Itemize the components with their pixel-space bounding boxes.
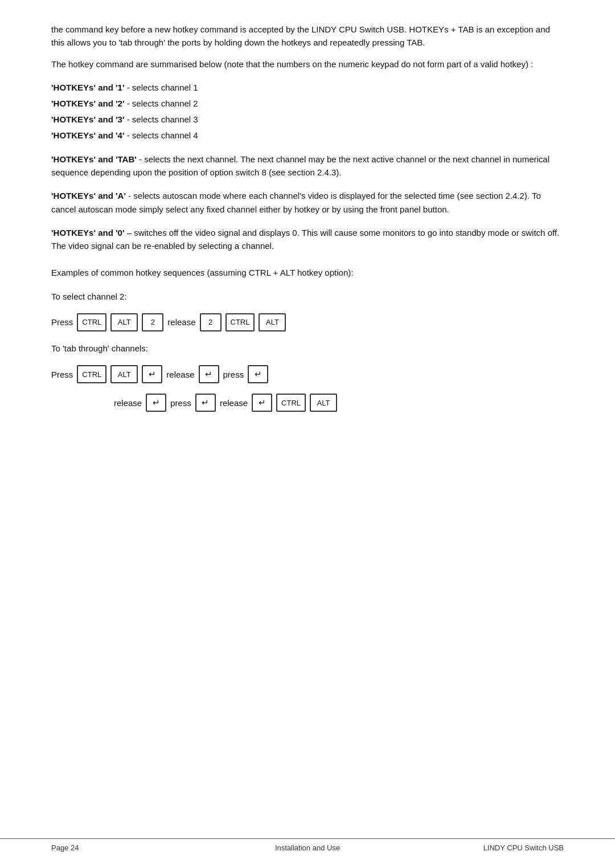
ctrl-key-4: CTRL bbox=[276, 394, 306, 412]
ctrl-key-3: CTRL bbox=[77, 365, 106, 383]
tab-key-2: ↵ bbox=[199, 365, 219, 383]
ctrl-key-1: CTRL bbox=[77, 313, 106, 331]
examples-section: Examples of common hotkey sequences (ass… bbox=[51, 266, 564, 412]
hotkey-a-bold: 'HOTKEYs' and 'A' bbox=[51, 191, 126, 200]
tab-sequence-1: Press CTRL ALT ↵ release ↵ press ↵ bbox=[51, 365, 564, 383]
page-content: the command key before a new hotkey comm… bbox=[0, 0, 615, 465]
release-label-3: release bbox=[114, 398, 142, 408]
hotkey-tab-para: 'HOTKEYs' and 'TAB' - selects the next c… bbox=[51, 153, 564, 179]
channel2-sequence: Press CTRL ALT 2 release 2 CTRL ALT bbox=[51, 313, 564, 331]
hotkey-a-para: 'HOTKEYs' and 'A' - selects autoscan mod… bbox=[51, 189, 564, 216]
hotkey-0-bold: 'HOTKEYs' and '0' bbox=[51, 228, 124, 238]
tab-sequence-2: release ↵ press ↵ release ↵ CTRL ALT bbox=[114, 394, 564, 412]
press-label-1: Press bbox=[51, 317, 73, 327]
two-key-1: 2 bbox=[142, 313, 163, 331]
hotkey-list: 'HOTKEYs' and '1' - selects channel 1 'H… bbox=[51, 81, 564, 142]
hotkey-tab-bold: 'HOTKEYs' and 'TAB' bbox=[51, 154, 137, 164]
examples-intro: Examples of common hotkey sequences (ass… bbox=[51, 266, 564, 279]
alt-key-3: ALT bbox=[110, 365, 138, 383]
tab-key-5: ↵ bbox=[195, 394, 216, 412]
channel2-label: To select channel 2: bbox=[51, 290, 564, 303]
hotkey-3: 'HOTKEYs' and '3' - selects channel 3 bbox=[51, 113, 564, 126]
two-key-2: 2 bbox=[200, 313, 222, 331]
release-label-1: release bbox=[167, 317, 195, 327]
hotkey-0-para: 'HOTKEYs' and '0' – switches off the vid… bbox=[51, 226, 564, 253]
intro-para1: the command key before a new hotkey comm… bbox=[51, 23, 564, 50]
hotkey-2: 'HOTKEYs' and '2' - selects channel 2 bbox=[51, 97, 564, 110]
page-footer: Page 24 Installation and Use LINDY CPU S… bbox=[0, 838, 615, 852]
footer-product: LINDY CPU Switch USB bbox=[393, 844, 564, 852]
ctrl-key-2: CTRL bbox=[226, 313, 255, 331]
tab-through-label: To 'tab through' channels: bbox=[51, 342, 564, 355]
intro-para2: The hotkey command are summarised below … bbox=[51, 58, 564, 71]
alt-key-2: ALT bbox=[259, 313, 286, 331]
hotkey-1: 'HOTKEYs' and '1' - selects channel 1 bbox=[51, 81, 564, 95]
press-label-2: Press bbox=[51, 370, 73, 379]
release-label-4: release bbox=[220, 398, 248, 408]
footer-page: Page 24 bbox=[51, 844, 222, 852]
alt-key-1: ALT bbox=[110, 313, 138, 331]
tab-key-1: ↵ bbox=[142, 365, 162, 383]
tab-key-4: ↵ bbox=[146, 394, 166, 412]
hotkey-4: 'HOTKEYs' and '4' - selects channel 4 bbox=[51, 129, 564, 142]
tab-key-6: ↵ bbox=[252, 394, 272, 412]
release-label-2: release bbox=[166, 370, 194, 379]
alt-key-4: ALT bbox=[310, 394, 337, 412]
tab-key-3: ↵ bbox=[248, 365, 268, 383]
press-label-3: press bbox=[223, 370, 244, 379]
press-label-4: press bbox=[170, 398, 191, 408]
footer-title: Installation and Use bbox=[222, 844, 393, 852]
